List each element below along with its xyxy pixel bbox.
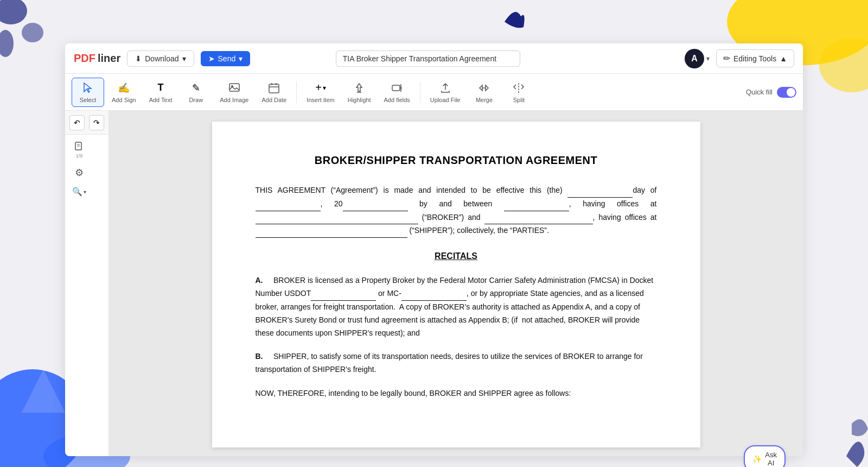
pages-view-button[interactable]: 1/9 — [69, 139, 89, 161]
document-body: THIS AGREEMENT (“Agreement”) is made and… — [256, 184, 657, 400]
sidebar-icons: 1/9 ⚙ 🔍 ▾ — [65, 135, 93, 203]
ask-ai-icon: ✨ — [752, 455, 762, 463]
merge-tool[interactable]: Merge — [468, 78, 500, 106]
recital-b: B. SHIPPER, to satisfy some of its trans… — [256, 350, 657, 376]
redo-icon: ↷ — [93, 118, 100, 127]
recital-b-text: SHIPPER, to satisfy some of its transpor… — [256, 352, 643, 374]
add-date-icon — [267, 81, 280, 94]
avatar-chevron-icon: ▾ — [706, 55, 710, 62]
document-page: BROKER/SHIPPER TRANSPORTATION AGREEMENT … — [212, 122, 700, 447]
upload-icon — [439, 81, 452, 94]
pages-icon — [74, 141, 85, 152]
logo-pdf: PDF — [74, 52, 95, 65]
redo-button[interactable]: ↷ — [89, 115, 104, 130]
send-button[interactable]: ➤ Send ▾ — [201, 51, 251, 66]
document-title-input[interactable] — [336, 51, 520, 67]
svg-point-2 — [0, 30, 14, 57]
svg-point-4 — [819, 38, 868, 92]
svg-point-1 — [22, 23, 43, 42]
recitals-heading: RECITALS — [256, 249, 657, 263]
highlight-icon — [353, 81, 366, 94]
logo: PDFliner — [74, 52, 120, 65]
toolbar-divider-2 — [420, 81, 420, 103]
download-chevron-icon: ▾ — [182, 54, 186, 63]
svg-rect-27 — [392, 85, 400, 91]
intro-paragraph: THIS AGREEMENT (“Agreement”) is made and… — [256, 184, 657, 238]
highlight-tool[interactable]: Highlight — [342, 78, 376, 106]
editing-tools-chevron-icon: ▲ — [780, 54, 787, 63]
insert-item-tool[interactable]: +▾ Insert item — [301, 78, 340, 106]
header-right: A ▾ ✏ Editing Tools ▲ — [685, 49, 794, 68]
svg-rect-23 — [269, 84, 279, 93]
draw-icon: ✎ — [189, 81, 202, 94]
add-image-tool[interactable]: Add Image — [214, 78, 254, 106]
gear-icon: ⚙ — [75, 167, 84, 179]
document-title: BROKER/SHIPPER TRANSPORTATION AGREEMENT — [256, 154, 657, 167]
draw-tool[interactable]: ✎ Draw — [180, 78, 212, 106]
merge-icon — [477, 81, 490, 94]
toolbar: Select ✍ Add Sign T Add Text ✎ Draw Add … — [65, 74, 803, 111]
add-sign-tool[interactable]: ✍ Add Sign — [106, 78, 142, 106]
toggle-knob — [787, 88, 795, 97]
header: PDFliner ⬇ Download ▾ ➤ Send ▾ A ▾ ✏ — [65, 43, 803, 74]
split-tool[interactable]: Split — [502, 78, 535, 106]
svg-point-0 — [0, 0, 27, 24]
recital-a-letter: A. — [256, 276, 263, 285]
upload-file-tool[interactable]: Upload File — [425, 78, 466, 106]
document-area[interactable]: BROKER/SHIPPER TRANSPORTATION AGREEMENT … — [109, 111, 803, 456]
logo-liner: liner — [98, 52, 120, 65]
undo-button[interactable]: ↶ — [69, 115, 85, 130]
split-icon — [512, 81, 525, 94]
ask-ai-button[interactable]: ✨ Ask AI — [744, 445, 786, 467]
svg-marker-8 — [22, 369, 65, 413]
download-icon: ⬇ — [135, 54, 142, 63]
sub-toolbar: ↶ ↷ — [65, 111, 108, 135]
app-container: PDFliner ⬇ Download ▾ ➤ Send ▾ A ▾ ✏ — [65, 43, 803, 456]
editing-tools-button[interactable]: ✏ Editing Tools ▲ — [716, 49, 794, 67]
toolbar-divider-1 — [296, 81, 297, 103]
left-panel: ↶ ↷ 1/9 ⚙ — [65, 111, 109, 456]
settings-button[interactable]: ⚙ — [69, 163, 89, 182]
select-icon — [81, 81, 94, 94]
add-fields-icon — [391, 81, 404, 94]
add-sign-icon: ✍ — [117, 81, 130, 94]
page-indicator: 1/9 — [76, 153, 83, 159]
svg-rect-21 — [229, 84, 239, 91]
decorative-bird — [488, 0, 532, 43]
zoom-chevron-icon: ▾ — [84, 189, 86, 195]
recital-a-text: BROKER is licensed as a Property Broker … — [256, 276, 654, 337]
quick-fill-label: Quick fill — [746, 88, 773, 96]
add-text-icon: T — [154, 81, 167, 94]
recital-a: A. BROKER is licensed as a Property Brok… — [256, 274, 657, 339]
zoom-button[interactable]: 🔍 ▾ — [69, 185, 90, 199]
editing-tools-icon: ✏ — [723, 53, 730, 64]
content-area: ↶ ↷ 1/9 ⚙ — [65, 111, 803, 456]
add-text-tool[interactable]: T Add Text — [144, 78, 178, 106]
blob-bottomright — [825, 413, 868, 467]
send-icon: ➤ — [208, 54, 215, 63]
add-fields-tool[interactable]: Add fields — [379, 78, 416, 106]
send-chevron-icon: ▾ — [239, 54, 242, 63]
recital-b-letter: B. — [256, 352, 263, 361]
blob-topleft — [0, 0, 65, 65]
select-tool[interactable]: Select — [72, 78, 104, 107]
quick-fill-area: Quick fill — [746, 87, 796, 98]
undo-icon: ↶ — [74, 118, 80, 127]
zoom-icon: 🔍 — [72, 187, 82, 197]
add-image-icon — [228, 81, 241, 94]
insert-icon: +▾ — [314, 81, 327, 94]
quick-fill-toggle[interactable] — [777, 87, 796, 98]
add-date-tool[interactable]: Add Date — [256, 78, 292, 106]
download-button[interactable]: ⬇ Download ▾ — [127, 51, 194, 67]
now-therefore-paragraph: NOW, THEREFORE, intending to be legally … — [256, 387, 657, 400]
user-avatar-button[interactable]: A — [685, 49, 704, 68]
